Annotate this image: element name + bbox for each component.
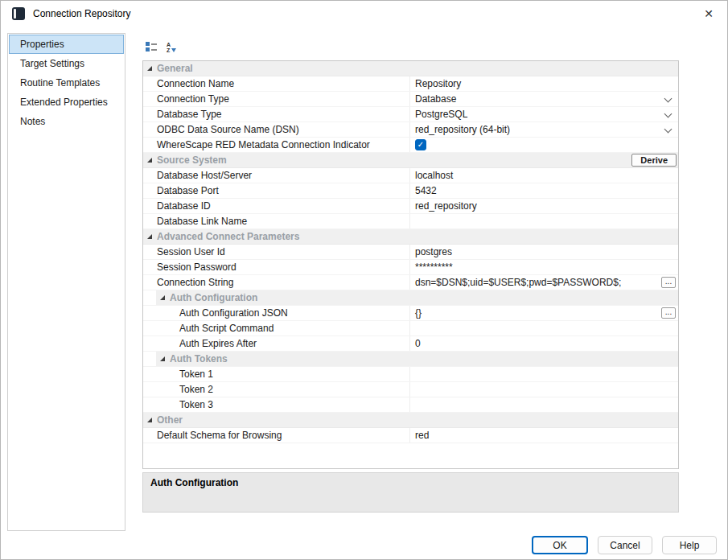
property-row-auth-expires-after: Auth Expires After 0 xyxy=(143,336,678,352)
sidebar-item-label: Target Settings xyxy=(20,58,84,69)
collapse-arrow-icon[interactable] xyxy=(147,158,152,163)
connection-type-dropdown[interactable]: Database xyxy=(410,92,678,106)
property-label: Connection String xyxy=(143,275,410,290)
category-row-source-system[interactable]: Source System Derive xyxy=(143,153,678,168)
sidebar-item-label: Extended Properties xyxy=(20,97,108,108)
sort-arrow-icon xyxy=(171,48,176,52)
default-schema-field[interactable]: red xyxy=(410,428,678,443)
property-label: Auth Script Command xyxy=(143,321,410,336)
property-label: ODBC Data Source Name (DSN) xyxy=(143,122,410,137)
property-grid: General Connection Name Repository Conne… xyxy=(142,60,679,469)
alphabetical-sort-icon[interactable]: A Z xyxy=(164,40,179,55)
property-row-metadata-indicator: WhereScape RED Metadata Connection Indic… xyxy=(143,138,678,153)
property-label: Connection Name xyxy=(143,76,410,91)
category-label: Source System xyxy=(157,154,227,166)
property-label: Auth Expires After xyxy=(143,336,410,351)
sidebar: Properties Target Settings Routine Templ… xyxy=(7,33,125,531)
collapse-arrow-icon[interactable] xyxy=(147,234,152,239)
property-row-connection-string: Connection String dsn=$DSN$;uid=$USER$;p… xyxy=(143,275,678,290)
auth-script-command-field[interactable] xyxy=(410,321,678,336)
auth-configuration-json-field[interactable]: {}... xyxy=(410,306,678,320)
property-label: Database Host/Server xyxy=(143,168,410,183)
property-label: Database Type xyxy=(143,107,410,121)
odbc-dsn-dropdown[interactable]: red_repository (64-bit) xyxy=(410,122,678,137)
app-icon xyxy=(12,7,25,20)
help-button[interactable]: Help xyxy=(662,536,717,554)
collapse-arrow-icon[interactable] xyxy=(160,295,165,300)
sidebar-item-target-settings[interactable]: Target Settings xyxy=(9,54,124,73)
database-host-field[interactable]: localhost xyxy=(410,168,678,183)
category-label: General xyxy=(157,63,193,74)
title-bar: Connection Repository ✕ xyxy=(1,1,727,27)
property-row-session-password: Session Password ********** xyxy=(143,260,678,275)
category-row-advanced-connect-parameters[interactable]: Advanced Connect Parameters xyxy=(143,229,678,245)
token-3-field[interactable] xyxy=(410,397,678,412)
connection-string-field[interactable]: dsn=$DSN$;uid=$USER$;pwd=$PASSWORD$;... xyxy=(410,275,678,290)
database-id-field[interactable]: red_repository xyxy=(410,199,678,213)
property-label: Database Port xyxy=(143,183,410,198)
database-type-dropdown[interactable]: PostgreSQL xyxy=(410,107,678,121)
session-password-field[interactable]: ********** xyxy=(410,260,678,274)
collapse-arrow-icon[interactable] xyxy=(160,356,165,361)
property-row-odbc-dsn: ODBC Data Source Name (DSN) red_reposito… xyxy=(143,122,678,138)
property-row-database-link-name: Database Link Name xyxy=(143,214,678,229)
database-port-field[interactable]: 5432 xyxy=(410,183,678,198)
sidebar-item-routine-templates[interactable]: Routine Templates xyxy=(9,73,124,93)
ellipsis-button[interactable]: ... xyxy=(661,277,676,288)
session-user-id-field[interactable]: postgres xyxy=(410,245,678,259)
property-row-database-id: Database ID red_repository xyxy=(143,199,678,214)
chevron-down-icon[interactable] xyxy=(664,95,672,103)
sidebar-item-notes[interactable]: Notes xyxy=(9,112,124,131)
token-2-field[interactable] xyxy=(410,382,678,397)
description-panel: Auth Configuration xyxy=(142,472,679,513)
sidebar-item-properties[interactable]: Properties xyxy=(9,35,124,54)
property-row-token-2: Token 2 xyxy=(143,382,678,397)
property-label: Token 3 xyxy=(143,397,410,412)
property-label: Database ID xyxy=(143,199,410,213)
categorized-view-icon[interactable] xyxy=(144,40,158,55)
cancel-button[interactable]: Cancel xyxy=(598,536,652,554)
derive-button[interactable]: Derive xyxy=(631,154,677,167)
property-label: Default Schema for Browsing xyxy=(143,428,410,443)
property-row-database-host: Database Host/Server localhost xyxy=(143,168,678,183)
subcategory-row-auth-tokens[interactable]: Auth Tokens xyxy=(143,352,678,367)
property-label: Database Link Name xyxy=(143,214,410,229)
property-row-default-schema: Default Schema for Browsing red xyxy=(143,428,678,443)
property-label: WhereScape RED Metadata Connection Indic… xyxy=(143,138,410,152)
subcategory-label: Auth Tokens xyxy=(170,353,228,364)
window-title: Connection Repository xyxy=(33,8,130,19)
database-link-name-field[interactable] xyxy=(410,214,678,229)
auth-expires-after-field[interactable]: 0 xyxy=(410,336,678,351)
property-label: Connection Type xyxy=(143,92,410,106)
close-icon[interactable]: ✕ xyxy=(690,1,727,27)
category-row-general[interactable]: General xyxy=(143,61,678,76)
description-title: Auth Configuration xyxy=(150,477,671,488)
property-row-connection-type: Connection Type Database xyxy=(143,92,678,107)
property-label: Session Password xyxy=(143,260,410,274)
collapse-arrow-icon[interactable] xyxy=(147,418,152,422)
subcategory-label: Auth Configuration xyxy=(170,292,257,303)
property-row-connection-name: Connection Name Repository xyxy=(143,76,678,92)
chevron-down-icon[interactable] xyxy=(664,126,672,134)
collapse-arrow-icon[interactable] xyxy=(147,66,152,71)
sidebar-item-extended-properties[interactable]: Extended Properties xyxy=(9,93,124,112)
token-1-field[interactable] xyxy=(410,367,678,381)
property-label: Auth Configuration JSON xyxy=(143,306,410,320)
category-label: Advanced Connect Parameters xyxy=(157,231,299,242)
category-row-other[interactable]: Other xyxy=(143,413,678,428)
ellipsis-button[interactable]: ... xyxy=(661,307,676,319)
sidebar-item-label: Notes xyxy=(20,116,45,127)
sidebar-item-label: Properties xyxy=(20,39,64,50)
metadata-indicator-checkbox[interactable]: ✓ xyxy=(415,139,426,150)
property-row-auth-configuration-json: Auth Configuration JSON {}... xyxy=(143,306,678,321)
check-icon: ✓ xyxy=(417,140,424,150)
property-label: Session User Id xyxy=(143,245,410,259)
subcategory-row-auth-configuration[interactable]: Auth Configuration xyxy=(143,290,678,306)
property-row-token-3: Token 3 xyxy=(143,397,678,413)
connection-name-field[interactable]: Repository xyxy=(410,76,678,91)
connection-repository-dialog: Connection Repository ✕ Properties Targe… xyxy=(0,0,728,560)
chevron-down-icon[interactable] xyxy=(664,110,672,118)
footer-buttons: OK Cancel Help xyxy=(532,536,717,554)
property-row-database-type: Database Type PostgreSQL xyxy=(143,107,678,122)
ok-button[interactable]: OK xyxy=(532,536,588,554)
